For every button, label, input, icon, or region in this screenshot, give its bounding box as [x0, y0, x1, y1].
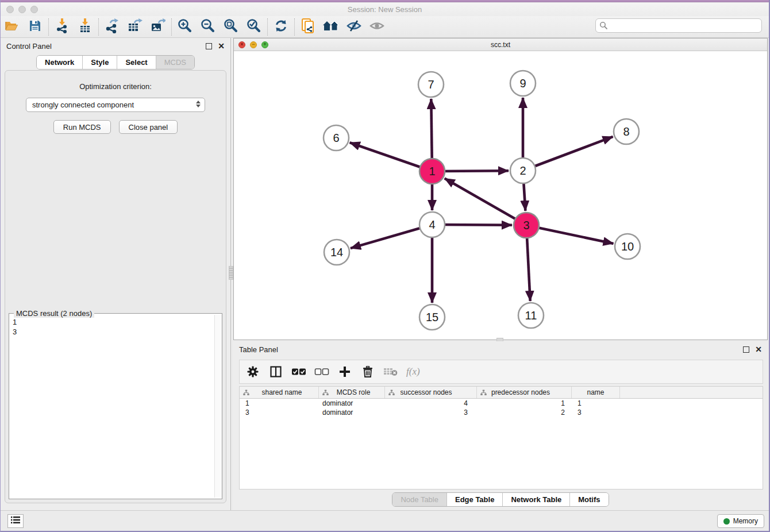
table-row[interactable]: 3 dominator 3 2 3 [240, 408, 763, 417]
network-window: scc.txt × − + 7968124314101511 [233, 38, 768, 340]
control-panel-tabs: Network Style Select MCDS [36, 55, 195, 70]
graph-node-label: 15 [426, 311, 438, 323]
cell-mcds-role: dominator [319, 408, 385, 417]
import-table-icon [78, 18, 92, 36]
clone-network-button[interactable] [297, 17, 319, 37]
column-shared-name[interactable]: shared name [240, 387, 319, 398]
tab-node-table[interactable]: Node Table [392, 493, 447, 506]
column-label: predecessor nodes [491, 388, 550, 396]
close-panel-icon[interactable]: ✕ [218, 42, 225, 50]
tab-edge-table[interactable]: Edge Table [447, 493, 503, 506]
float-table-panel-icon[interactable] [743, 346, 749, 353]
unchecked-boxes-icon[interactable] [314, 368, 329, 376]
export-image-button[interactable] [147, 17, 170, 37]
network-graph[interactable]: 7968124314101511 [234, 51, 767, 340]
hide-selected-button[interactable] [342, 17, 365, 37]
list-icon [11, 516, 20, 526]
column-mcds-role[interactable]: MCDS role [319, 387, 385, 398]
save-icon [29, 20, 41, 34]
graph-node-label: 6 [333, 132, 339, 144]
control-panel-title: Control Panel [6, 42, 52, 51]
toolbar-separator [267, 18, 268, 36]
tab-motifs[interactable]: Motifs [570, 493, 608, 506]
vertical-splitter-handle[interactable] [229, 266, 233, 280]
graph-node-label: 14 [330, 246, 343, 259]
memory-button[interactable]: Memory [717, 514, 764, 528]
export-table-icon [128, 18, 143, 36]
home-button[interactable] [319, 17, 342, 37]
zoom-selected-icon [247, 18, 261, 36]
node-table: shared name MCDS role successor nodes pr… [239, 386, 763, 489]
import-network-icon [55, 18, 69, 36]
import-network-button[interactable] [51, 17, 74, 37]
cell-name: 3 [572, 408, 620, 417]
network-window-titlebar[interactable]: scc.txt × − + [234, 38, 767, 51]
open-session-button[interactable] [1, 17, 24, 37]
tab-style[interactable]: Style [83, 56, 117, 69]
export-network-icon [105, 18, 120, 36]
export-table-button[interactable] [124, 17, 147, 37]
zoom-out-button[interactable] [197, 17, 220, 37]
gear-icon[interactable] [245, 366, 260, 377]
cell-successor-nodes: 4 [385, 399, 477, 408]
column-successor-nodes[interactable]: successor nodes [385, 387, 477, 398]
zoom-in-icon [178, 18, 192, 36]
cell-shared-name: 3 [240, 408, 319, 417]
zoom-out-icon [201, 18, 215, 36]
trash-icon[interactable] [360, 366, 375, 377]
status-bar: Memory [1, 510, 769, 531]
column-predecessor-nodes[interactable]: predecessor nodes [477, 387, 572, 398]
criterion-select[interactable]: strongly connected component [26, 98, 205, 112]
graph-edge [445, 178, 526, 225]
network-minimize-button[interactable]: − [250, 41, 257, 48]
column-label: MCDS role [337, 388, 371, 396]
tab-network[interactable]: Network [37, 56, 83, 69]
toolbar-separator [48, 18, 49, 36]
close-panel-button[interactable]: Close panel [119, 120, 178, 134]
column-label: successor nodes [400, 388, 452, 396]
graph-node-label: 9 [519, 77, 526, 90]
refresh-button[interactable] [270, 17, 292, 37]
network-maximize-button[interactable]: + [261, 41, 268, 48]
tab-network-table[interactable]: Network Table [503, 493, 570, 506]
column-name[interactable]: name [572, 387, 620, 398]
graph-edge [523, 137, 613, 171]
search-input[interactable] [595, 18, 762, 33]
zoom-fit-icon [224, 18, 238, 36]
graph-node-label: 1 [429, 165, 435, 178]
hierarchy-icon [480, 390, 487, 398]
tab-mcds[interactable]: MCDS [156, 56, 194, 69]
table-row[interactable]: 1 dominator 4 1 1 [240, 399, 763, 408]
hierarchy-icon [388, 390, 395, 398]
cell-predecessor-nodes: 1 [477, 399, 572, 408]
panel-list-button[interactable] [7, 514, 24, 528]
save-session-button[interactable] [24, 17, 47, 37]
mcds-panel: Optimization criterion: strongly connect… [5, 70, 226, 503]
zoom-fit-button[interactable] [220, 17, 242, 37]
graph-node-label: 4 [429, 218, 435, 231]
hierarchy-icon [322, 390, 329, 398]
show-all-button[interactable] [365, 17, 388, 37]
split-columns-icon[interactable] [268, 366, 283, 377]
run-mcds-button[interactable]: Run MCDS [53, 120, 111, 134]
column-label: name [587, 388, 604, 396]
zoom-selected-button[interactable] [242, 17, 265, 37]
open-folder-icon [5, 20, 20, 34]
memory-status-icon [723, 518, 730, 525]
refresh-icon [274, 19, 288, 35]
export-network-button[interactable] [101, 17, 124, 37]
network-canvas[interactable]: 7968124314101511 [234, 51, 767, 340]
checked-boxes-icon[interactable] [291, 368, 306, 376]
cell-mcds-role: dominator [319, 399, 385, 408]
float-panel-icon[interactable] [206, 43, 212, 49]
close-table-panel-icon[interactable]: ✕ [755, 345, 762, 353]
tab-select[interactable]: Select [117, 56, 156, 69]
zoom-in-button[interactable] [174, 17, 197, 37]
mcds-result-text: 1 3 [9, 316, 214, 499]
select-stepper-icon [196, 101, 201, 107]
network-close-button[interactable]: × [238, 41, 245, 48]
home-icon [322, 20, 340, 34]
add-icon[interactable] [337, 366, 352, 377]
result-scrollbar[interactable] [214, 315, 222, 498]
import-table-button[interactable] [74, 17, 97, 37]
